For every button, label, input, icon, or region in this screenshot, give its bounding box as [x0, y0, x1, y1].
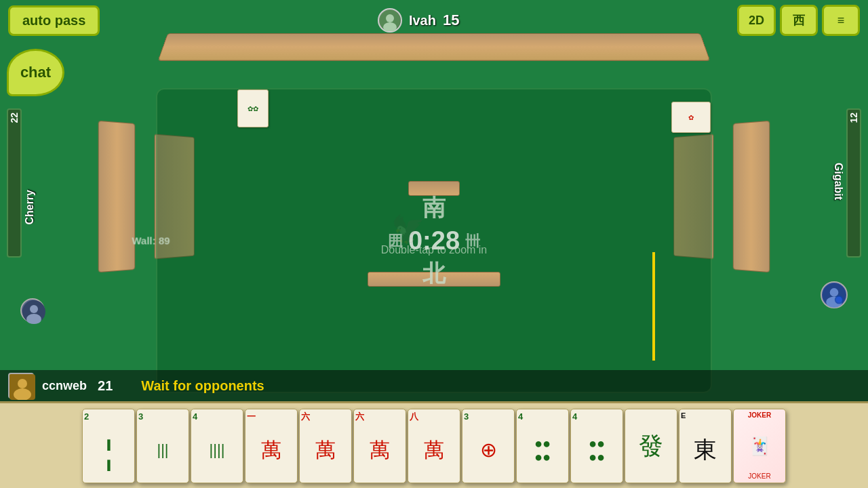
menu-button[interactable]: ≡ — [822, 5, 860, 36]
chat-button[interactable]: chat — [7, 49, 64, 96]
bottom-player-name: ccnweb — [42, 379, 87, 393]
wind-west-button[interactable]: 西 — [780, 5, 818, 36]
left-player-name: Cherry — [24, 190, 36, 225]
tile-circle-4b[interactable]: 4 ●●●● — [570, 409, 623, 483]
left-avatar — [20, 298, 45, 323]
top-player-avatar — [378, 8, 402, 33]
turn-indicator — [652, 252, 655, 361]
left-score-bar: 22 — [7, 108, 22, 258]
bottom-player-score: 21 — [98, 378, 113, 394]
svg-point-7 — [830, 288, 839, 297]
tile-wan-8[interactable]: 八 萬 — [408, 409, 460, 483]
wait-message: Wait for opponents — [141, 378, 264, 394]
discarded-tile-right: ✿ — [671, 102, 711, 133]
wall-counter: Wall: 89 — [132, 235, 170, 247]
tile-bamboo-2[interactable]: 2 ╻╻ — [82, 409, 135, 483]
tile-wan-6a[interactable]: 六 萬 — [299, 409, 352, 483]
right-score-value: 12 — [848, 113, 859, 123]
tile-bamboo-3[interactable]: 3 ||| — [136, 409, 189, 483]
left-player-area: 22 Cherry — [0, 108, 88, 325]
tile-circle-4a[interactable]: 4 ●●●● — [516, 409, 569, 483]
tile-wan-1[interactable]: 一 萬 — [245, 409, 298, 483]
tile-wan-6b[interactable]: 六 萬 — [353, 409, 406, 483]
top-player-info: Ivah 15 — [378, 8, 460, 33]
hand-tiles: 2 ╻╻ 3 ||| 4 |||| 一 萬 六 萬 — [0, 401, 868, 488]
top-player-name: Ivah — [409, 13, 436, 28]
phoenix-decoration: 🦅 — [368, 202, 449, 256]
tile-joker[interactable]: JOKER 🃏 JOKER — [733, 409, 786, 483]
right-wall-tiles — [733, 121, 770, 272]
top-right-buttons: 2D 西 ≡ — [737, 5, 860, 36]
bottom-player-bar: ccnweb 21 Wait for opponents — [0, 370, 868, 401]
tile-circle-3[interactable]: 3 ⊕ — [462, 409, 515, 483]
discarded-tile-top: ✿✿ — [237, 89, 269, 127]
top-player-score: 15 — [443, 12, 459, 29]
game-table: auto pass Ivah 15 2D 西 ≡ chat 22 Cherry — [0, 0, 868, 488]
auto-pass-button[interactable]: auto pass — [8, 5, 100, 36]
right-avatar — [821, 281, 848, 308]
svg-point-1 — [386, 14, 394, 22]
wind-north: 北 — [388, 258, 480, 289]
right-player-area: 12 Gigabit — [780, 108, 868, 325]
top-bar: auto pass Ivah 15 2D 西 ≡ — [0, 0, 868, 41]
right-player-name: Gigabit — [832, 163, 844, 200]
tile-bamboo-4[interactable]: 4 |||| — [191, 409, 243, 483]
svg-point-10 — [836, 297, 842, 303]
bottom-avatar — [8, 373, 34, 399]
left-wall-tiles — [98, 121, 135, 272]
right-score-bar: 12 — [846, 108, 861, 258]
tile-fa[interactable]: 發 — [625, 409, 677, 483]
left-score-value: 22 — [9, 113, 20, 123]
center-play-area: ✿✿ ✿ 南 囲 0:28 卌 北 Wall: 89 Double-tap to… — [156, 88, 712, 393]
mode-2d-button[interactable]: 2D — [737, 5, 776, 36]
svg-point-12 — [18, 379, 27, 388]
svg-point-4 — [30, 305, 38, 313]
tile-east[interactable]: E 東 — [679, 409, 732, 483]
